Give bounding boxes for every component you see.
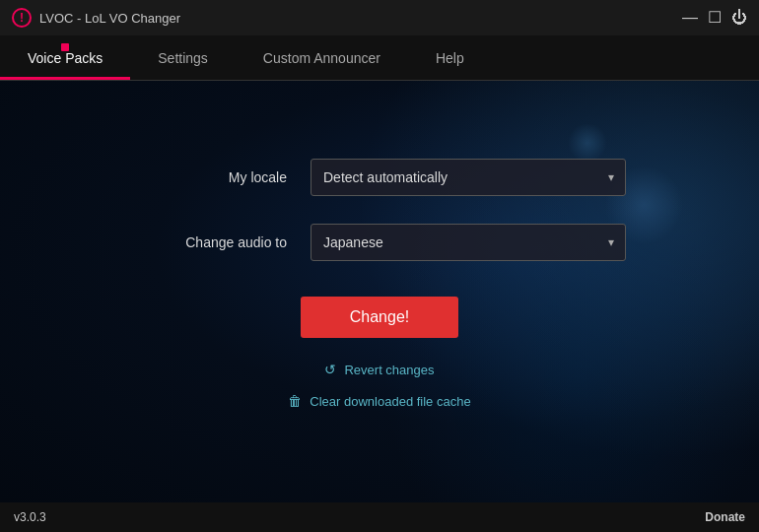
nav-item-help[interactable]: Help	[408, 35, 492, 80]
donate-button[interactable]: Donate	[705, 510, 745, 524]
revert-label: Revert changes	[344, 363, 434, 377]
audio-label: Change audio to	[133, 234, 310, 250]
locale-select[interactable]: Detect automatically English Japanese Ko…	[310, 159, 626, 196]
main-content: My locale Detect automatically English J…	[0, 81, 759, 502]
nav-label-settings: Settings	[158, 50, 208, 66]
locale-select-wrapper: Detect automatically English Japanese Ko…	[310, 159, 626, 196]
nav-bar: Voice Packs Settings Custom Announcer He…	[0, 35, 759, 81]
locale-row: My locale Detect automatically English J…	[133, 159, 626, 196]
version-label: v3.0.3	[14, 510, 46, 524]
clear-cache-link[interactable]: 🗑 Clear downloaded file cache	[288, 393, 470, 409]
audio-row: Change audio to English Japanese Korean …	[133, 224, 626, 261]
app-title: LVOC - LoL VO Changer	[39, 11, 180, 26]
title-bar-left: ! LVOC - LoL VO Changer	[12, 8, 180, 28]
title-bar-controls: — ☐ ⏻	[682, 10, 747, 26]
nav-item-custom-announcer[interactable]: Custom Announcer	[236, 35, 408, 80]
locale-label: My locale	[133, 169, 310, 185]
nav-item-settings[interactable]: Settings	[130, 35, 236, 80]
revert-icon: ↺	[324, 362, 336, 377]
revert-link[interactable]: ↺ Revert changes	[324, 362, 434, 377]
minimize-button[interactable]: —	[682, 10, 698, 26]
nav-label-custom-announcer: Custom Announcer	[263, 50, 380, 66]
close-button[interactable]: ⏻	[731, 10, 747, 26]
maximize-button[interactable]: ☐	[708, 10, 722, 26]
content-area: My locale Detect automatically English J…	[0, 81, 759, 502]
active-indicator	[61, 43, 69, 51]
nav-item-voice-packs[interactable]: Voice Packs	[0, 35, 130, 80]
change-button[interactable]: Change!	[301, 297, 459, 338]
nav-label-voice-packs: Voice Packs	[28, 50, 103, 66]
audio-select[interactable]: English Japanese Korean Chinese French G…	[310, 224, 626, 261]
bottom-bar: v3.0.3 Donate	[0, 502, 759, 532]
trash-icon: 🗑	[288, 393, 302, 409]
clear-cache-label: Clear downloaded file cache	[310, 394, 470, 409]
nav-label-help: Help	[436, 50, 464, 66]
title-bar: ! LVOC - LoL VO Changer — ☐ ⏻	[0, 0, 759, 35]
audio-select-wrapper: English Japanese Korean Chinese French G…	[310, 224, 626, 261]
app-icon: !	[12, 8, 32, 28]
